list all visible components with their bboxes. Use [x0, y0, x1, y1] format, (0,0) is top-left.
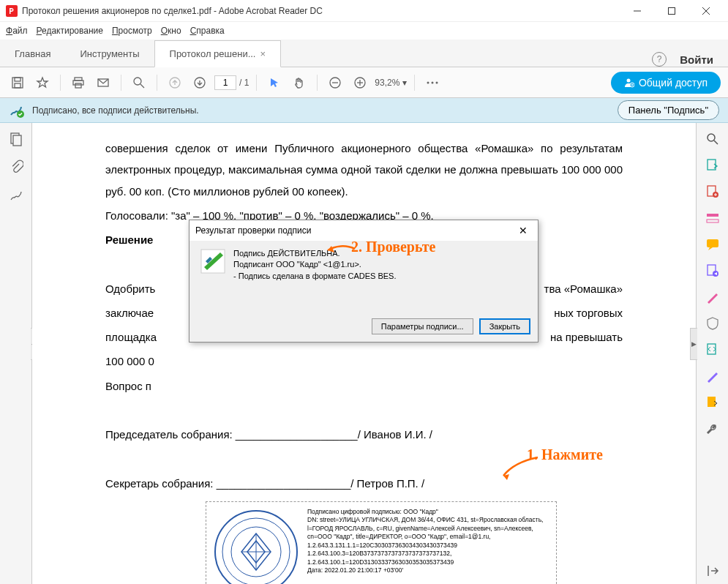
- doc-p5b: ных торговых: [554, 302, 623, 323]
- share-button[interactable]: Общий доступ: [611, 72, 721, 94]
- close-button[interactable]: [689, 1, 722, 21]
- signature-valid-icon: [9, 102, 25, 119]
- protect-icon[interactable]: [705, 316, 720, 331]
- tab-tools[interactable]: Инструменты: [65, 41, 154, 67]
- tab-home[interactable]: Главная: [0, 41, 65, 67]
- menu-help[interactable]: Справка: [190, 26, 225, 36]
- menu-window[interactable]: Окно: [161, 26, 181, 36]
- person-plus-icon: [624, 78, 634, 88]
- menu-view[interactable]: Просмотр: [112, 26, 152, 36]
- svg-point-36: [708, 134, 715, 141]
- star-icon[interactable]: [32, 72, 53, 93]
- svg-rect-5: [12, 78, 23, 88]
- right-sidebar: [696, 123, 728, 584]
- print-icon[interactable]: [68, 72, 89, 93]
- next-page-icon[interactable]: [189, 72, 210, 93]
- svg-line-37: [714, 141, 718, 144]
- export-pdf-icon[interactable]: [705, 158, 720, 173]
- svg-rect-44: [707, 220, 718, 222]
- pointer-icon[interactable]: [264, 72, 285, 93]
- titlebar: Протокол решения акционеров по сделке1.p…: [0, 0, 728, 22]
- dialog-title: Результат проверки подписи: [195, 225, 311, 236]
- attachments-icon[interactable]: [9, 160, 23, 174]
- mail-icon[interactable]: [93, 72, 113, 93]
- toolbar: / 1 93,2% ▾ Общий доступ: [0, 67, 728, 98]
- save-icon[interactable]: [7, 72, 28, 93]
- prev-page-icon[interactable]: [165, 72, 185, 93]
- svg-rect-30: [13, 135, 21, 146]
- doc-secretary: Секретарь собрания: ____________________…: [105, 473, 623, 494]
- search-tool-icon[interactable]: [705, 132, 720, 146]
- zoom-out-icon[interactable]: [325, 72, 345, 93]
- highlight-icon[interactable]: [705, 290, 720, 304]
- search-icon[interactable]: [129, 72, 149, 93]
- thumbnails-icon[interactable]: [9, 132, 23, 146]
- svg-point-22: [432, 81, 434, 83]
- svg-rect-9: [73, 81, 83, 85]
- doc-p6a: площадка: [105, 326, 157, 348]
- menubar: Файл Редактирование Просмотр Окно Справк…: [0, 22, 728, 40]
- compress-icon[interactable]: [705, 342, 720, 357]
- edit-pdf-icon[interactable]: [705, 211, 720, 225]
- collapse-icon[interactable]: [705, 564, 720, 578]
- doc-p1: совершения сделок от имени Публичного ак…: [105, 138, 623, 202]
- doc-p4b: тва «Ромашка»: [544, 278, 623, 299]
- dialog-titlebar: Результат проверки подписи ✕: [189, 220, 538, 241]
- zoom-in-icon[interactable]: [350, 72, 370, 93]
- hand-icon[interactable]: [289, 72, 309, 93]
- menu-edit[interactable]: Редактирование: [37, 26, 103, 36]
- doc-p5a: заключае: [105, 302, 154, 323]
- page-input[interactable]: [214, 75, 236, 90]
- page-total: / 1: [239, 78, 249, 88]
- comment-icon[interactable]: [705, 237, 720, 252]
- minimize-button[interactable]: [620, 1, 653, 21]
- menu-file[interactable]: Файл: [6, 26, 28, 36]
- tabbar: Главная Инструменты Протокол решени...× …: [0, 40, 728, 67]
- create-pdf-icon[interactable]: [705, 184, 720, 199]
- signature-panel-button[interactable]: Панель "Подпись": [618, 100, 719, 120]
- svg-rect-10: [75, 83, 81, 88]
- svg-rect-6: [15, 78, 20, 81]
- send-icon[interactable]: [705, 395, 720, 410]
- doc-chair: Председатель собрания: _________________…: [105, 424, 623, 445]
- svg-rect-45: [707, 239, 718, 247]
- maximize-button[interactable]: [655, 1, 688, 21]
- dialog-close-icon[interactable]: ✕: [514, 223, 532, 238]
- seal-stamp: [212, 508, 300, 584]
- svg-point-23: [436, 81, 438, 83]
- svg-rect-43: [707, 214, 718, 217]
- document-viewport[interactable]: совершения сделок от имени Публичного ак…: [32, 123, 696, 584]
- login-button[interactable]: Войти: [680, 53, 713, 66]
- more-icon[interactable]: [422, 72, 443, 93]
- svg-rect-2: [668, 7, 675, 14]
- svg-point-24: [626, 78, 630, 82]
- dialog-close-button[interactable]: Закрыть: [479, 318, 530, 334]
- svg-rect-7: [15, 83, 20, 88]
- svg-point-12: [134, 78, 141, 85]
- signature-check-dialog: Результат проверки подписи ✕ Подпись ДЕЙ…: [189, 220, 539, 342]
- sign-icon[interactable]: [9, 187, 23, 202]
- signature-status: Подписано, все подписи действительны.: [32, 105, 610, 116]
- signature-params-button[interactable]: Параметры подписи...: [372, 318, 473, 334]
- chevron-down-icon: ▾: [402, 78, 407, 88]
- more-tools-icon[interactable]: [705, 422, 720, 436]
- svg-line-13: [140, 84, 144, 88]
- doc-p3: Решение: [105, 229, 153, 250]
- doc-p6b: на превышать: [550, 326, 623, 348]
- organize-icon[interactable]: [705, 263, 720, 278]
- help-icon[interactable]: ?: [652, 52, 667, 67]
- signature-bar: Подписано, все подписи действительны. Па…: [0, 98, 728, 123]
- digital-signature-box[interactable]: Подписано цифровой подписью: ООО "Кадр" …: [206, 501, 557, 584]
- share-label: Общий доступ: [639, 77, 708, 89]
- right-toggle[interactable]: ▶: [690, 328, 697, 360]
- svg-point-21: [427, 81, 429, 83]
- fill-sign-icon[interactable]: [705, 369, 720, 383]
- left-sidebar: [0, 123, 32, 584]
- dialog-text: Подпись ДЕЙСТВИТЕЛЬНА. Подписант ООО "Ка…: [233, 248, 397, 308]
- pdf-page: совершения сделок от имени Публичного ак…: [32, 123, 696, 584]
- tab-document[interactable]: Протокол решени...×: [154, 40, 282, 67]
- doc-p4a: Одобрить: [105, 278, 155, 299]
- zoom-level[interactable]: 93,2% ▾: [375, 78, 407, 88]
- doc-p8: Вопрос п: [105, 375, 623, 397]
- tab-close-icon[interactable]: ×: [260, 48, 266, 59]
